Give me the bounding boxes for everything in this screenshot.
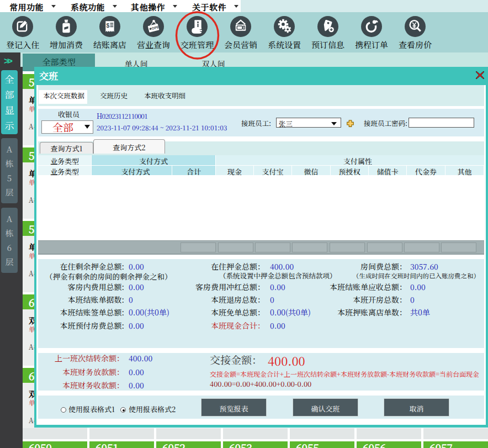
- svg-text:$: $: [107, 23, 110, 29]
